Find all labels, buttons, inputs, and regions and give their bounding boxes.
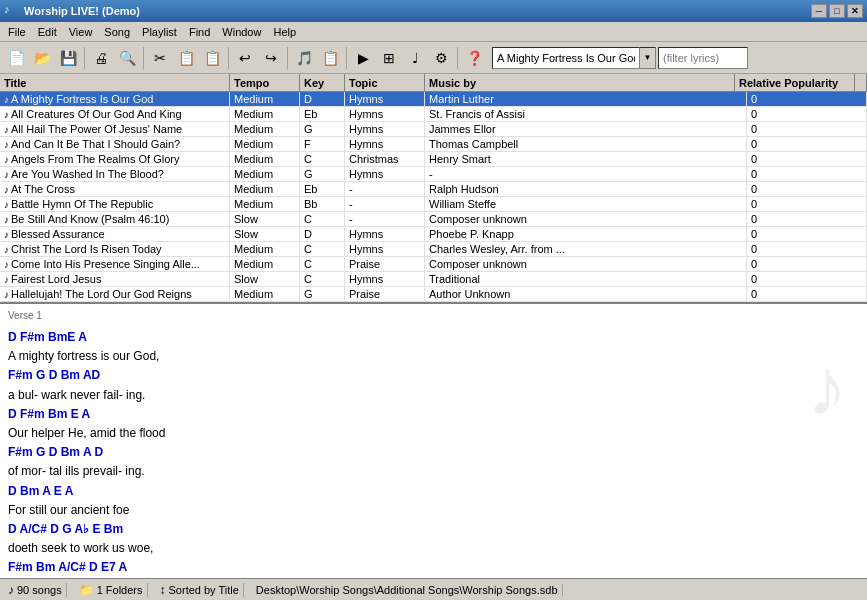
toolbar-sep-5 <box>346 47 347 69</box>
cell-title: ♪ Be Still And Know (Psalm 46:10) <box>0 212 230 226</box>
table-row[interactable]: ♪ Are You Washed In The Blood?MediumGHym… <box>0 167 867 182</box>
save-button[interactable]: 💾 <box>56 46 80 70</box>
table-row[interactable]: ♪ A Mighty Fortress Is Our GodMediumDHym… <box>0 92 867 107</box>
menu-help[interactable]: Help <box>267 24 302 40</box>
table-row[interactable]: ♪ Battle Hymn Of The RepublicMediumBb-Wi… <box>0 197 867 212</box>
maximize-button[interactable]: □ <box>829 4 845 18</box>
song-button[interactable]: 🎵 <box>292 46 316 70</box>
table-row[interactable]: ♪ Angels From The Realms Of GloryMediumC… <box>0 152 867 167</box>
cell-popularity: 0 <box>747 107 867 121</box>
cell-topic: Hymns <box>345 242 425 256</box>
table-row[interactable]: ♪ All Hail The Power Of Jesus' NameMediu… <box>0 122 867 137</box>
menu-file[interactable]: File <box>2 24 32 40</box>
table-row[interactable]: ♪ All Creatures Of Our God And KingMediu… <box>0 107 867 122</box>
cell-topic: Hymns <box>345 167 425 181</box>
cell-title: ♪ Christ The Lord Is Risen Today <box>0 242 230 256</box>
col-header-popularity[interactable]: Relative Popularity <box>735 74 855 91</box>
cell-topic: Hymns <box>345 272 425 286</box>
copy-button[interactable]: 📋 <box>174 46 198 70</box>
cell-title: ♪ At The Cross <box>0 182 230 196</box>
music-note-icon: ♪ <box>4 289 9 300</box>
table-row[interactable]: ♪ Fairest Lord JesusSlowCHymnsTraditiona… <box>0 272 867 287</box>
lyric-line: Our helper He, amid the flood <box>8 424 859 443</box>
settings-button[interactable]: ⚙ <box>429 46 453 70</box>
present-button[interactable]: ▶ <box>351 46 375 70</box>
cell-title: ♪ All Creatures Of Our God And King <box>0 107 230 121</box>
cell-music-by: William Steffe <box>425 197 747 211</box>
lyrics-panel[interactable]: ♪ Verse 1 D F#m BmE AA mighty fortress i… <box>0 304 867 578</box>
cell-key: Bb <box>300 197 345 211</box>
arrange-button[interactable]: ⊞ <box>377 46 401 70</box>
cell-music-by: Phoebe P. Knapp <box>425 227 747 241</box>
menu-find[interactable]: Find <box>183 24 216 40</box>
music-note-icon: ♪ <box>4 184 9 195</box>
search-dropdown-arrow[interactable]: ▼ <box>640 47 656 69</box>
print-button[interactable]: 🖨 <box>89 46 113 70</box>
cell-music-by: Author Unknown <box>425 287 747 301</box>
cell-music-by: Composer unknown <box>425 212 747 226</box>
transpose-button[interactable]: ♩ <box>403 46 427 70</box>
col-header-scroll <box>855 74 867 91</box>
cell-tempo: Medium <box>230 197 300 211</box>
cell-popularity: 0 <box>747 182 867 196</box>
table-row[interactable]: ♪ Blessed AssuranceSlowDHymnsPhoebe P. K… <box>0 227 867 242</box>
toolbar-sep-6 <box>457 47 458 69</box>
filter-input[interactable] <box>658 47 748 69</box>
cell-topic: - <box>345 197 425 211</box>
undo-button[interactable]: ↩ <box>233 46 257 70</box>
cell-popularity: 0 <box>747 272 867 286</box>
redo-button[interactable]: ↪ <box>259 46 283 70</box>
status-folders: 📁 1 Folders <box>75 583 148 597</box>
col-header-tempo[interactable]: Tempo <box>230 74 300 91</box>
music-note-icon: ♪ <box>4 244 9 255</box>
cell-key: C <box>300 212 345 226</box>
table-row[interactable]: ♪ Hallelujah! The Lord Our God ReignsMed… <box>0 287 867 302</box>
music-note-icon: ♪ <box>8 583 14 597</box>
cell-tempo: Medium <box>230 137 300 151</box>
cut-button[interactable]: ✂ <box>148 46 172 70</box>
table-row[interactable]: ♪ Come Into His Presence Singing Alle...… <box>0 257 867 272</box>
cell-music-by: Charles Wesley, Arr. from ... <box>425 242 747 256</box>
search-input[interactable] <box>492 47 640 69</box>
folders-count: 1 Folders <box>97 584 143 596</box>
cell-key: G <box>300 122 345 136</box>
menu-song[interactable]: Song <box>98 24 136 40</box>
cell-tempo: Medium <box>230 167 300 181</box>
col-header-music-by[interactable]: Music by <box>425 74 735 91</box>
cell-tempo: Medium <box>230 107 300 121</box>
cell-music-by: - <box>425 167 747 181</box>
playlist-button[interactable]: 📋 <box>318 46 342 70</box>
open-button[interactable]: 📂 <box>30 46 54 70</box>
search-combo: ▼ <box>492 47 656 69</box>
paste-button[interactable]: 📋 <box>200 46 224 70</box>
lyric-line: a bul- wark never fail- ing. <box>8 386 859 405</box>
chord-line: D Bm A E A <box>8 482 859 501</box>
cell-title: ♪ Hallelujah! The Lord Our God Reigns <box>0 287 230 301</box>
col-header-title[interactable]: Title <box>0 74 230 91</box>
close-button[interactable]: ✕ <box>847 4 863 18</box>
preview-button[interactable]: 🔍 <box>115 46 139 70</box>
help-button[interactable]: ❓ <box>462 46 486 70</box>
lyrics-content: D F#m BmE AA mighty fortress is our God,… <box>8 328 859 578</box>
chord-line: F#m G D Bm AD <box>8 366 859 385</box>
minimize-button[interactable]: ─ <box>811 4 827 18</box>
table-row[interactable]: ♪ Be Still And Know (Psalm 46:10)SlowC-C… <box>0 212 867 227</box>
col-header-topic[interactable]: Topic <box>345 74 425 91</box>
cell-tempo: Medium <box>230 92 300 106</box>
table-row[interactable]: ♪ At The CrossMediumEb-Ralph Hudson0 <box>0 182 867 197</box>
search-area: ▼ <box>492 47 863 69</box>
cell-title: ♪ Come Into His Presence Singing Alle... <box>0 257 230 271</box>
table-row[interactable]: ♪ And Can It Be That I Should Gain?Mediu… <box>0 137 867 152</box>
table-row[interactable]: ♪ Christ The Lord Is Risen TodayMediumCH… <box>0 242 867 257</box>
new-button[interactable]: 📄 <box>4 46 28 70</box>
chord-line: D F#m Bm E A <box>8 405 859 424</box>
menu-view[interactable]: View <box>63 24 99 40</box>
cell-music-by: Thomas Campbell <box>425 137 747 151</box>
cell-key: Eb <box>300 107 345 121</box>
menu-playlist[interactable]: Playlist <box>136 24 183 40</box>
menu-edit[interactable]: Edit <box>32 24 63 40</box>
col-header-key[interactable]: Key <box>300 74 345 91</box>
menu-window[interactable]: Window <box>216 24 267 40</box>
table-body[interactable]: ♪ A Mighty Fortress Is Our GodMediumDHym… <box>0 92 867 302</box>
status-bar: ♪ 90 songs 📁 1 Folders ↕ Sorted by Title… <box>0 578 867 600</box>
